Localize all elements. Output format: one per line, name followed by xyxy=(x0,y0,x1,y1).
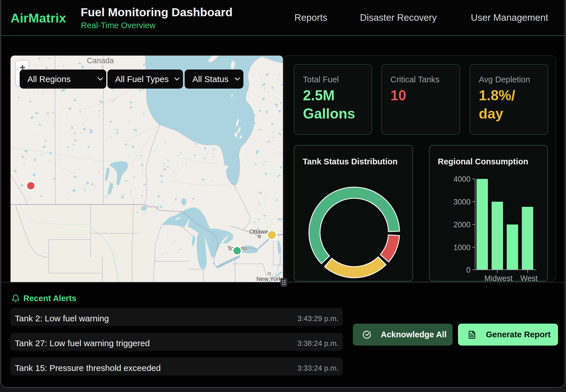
svg-text:Ottawa: Ottawa xyxy=(249,228,268,235)
svg-text:0: 0 xyxy=(466,266,471,274)
svg-text:West: West xyxy=(520,274,538,281)
svg-text:Midwest: Midwest xyxy=(484,274,513,281)
svg-text:New York: New York xyxy=(256,275,282,282)
svg-text:1000: 1000 xyxy=(453,243,471,252)
svg-text:3000: 3000 xyxy=(453,198,471,206)
svg-text:Canada: Canada xyxy=(87,56,114,65)
svg-text:2000: 2000 xyxy=(453,220,471,229)
svg-text:4000: 4000 xyxy=(453,175,471,183)
